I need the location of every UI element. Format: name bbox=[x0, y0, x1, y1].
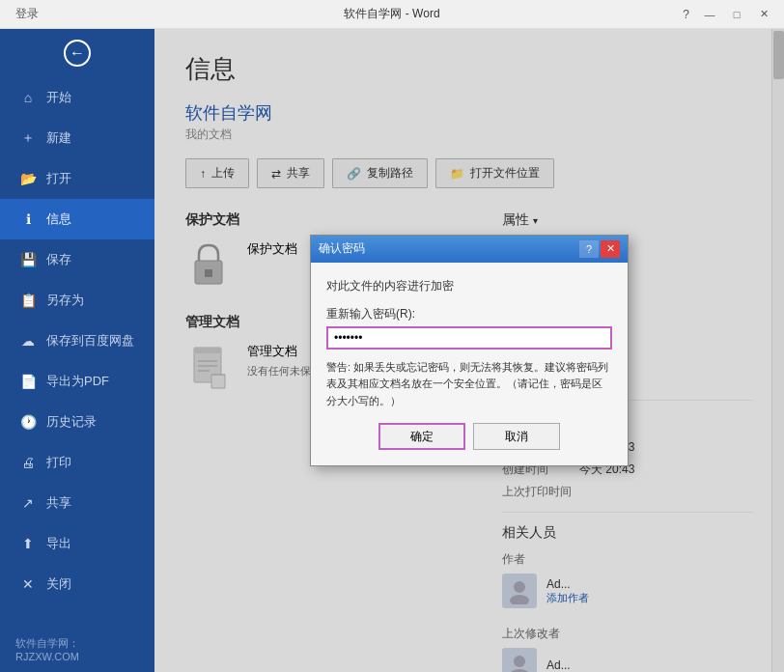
sidebar-label-close: 关闭 bbox=[46, 575, 71, 593]
login-button[interactable]: 登录 bbox=[15, 6, 39, 22]
titlebar-left: 登录 bbox=[8, 6, 124, 22]
dialog-body: 对此文件的内容进行加密 重新输入密码(R): 警告: 如果丢失或忘记密码，则无法… bbox=[311, 263, 628, 466]
titlebar-controls: ? — □ ✕ bbox=[660, 5, 776, 24]
dialog-overlay: 确认密码 ? ✕ 对此文件的内容进行加密 重新输入密码(R): 警告: 如果丢失… bbox=[154, 29, 784, 672]
pdf-icon: 📄 bbox=[19, 374, 37, 389]
dialog-confirm-button[interactable]: 确定 bbox=[378, 423, 465, 450]
export-icon: ⬆ bbox=[19, 536, 37, 551]
info-icon: ℹ bbox=[19, 211, 37, 227]
sidebar-label-print: 打印 bbox=[46, 454, 71, 471]
sidebar-item-start[interactable]: ⌂ 开始 bbox=[0, 77, 154, 118]
dialog-title-buttons: ? ✕ bbox=[579, 240, 620, 258]
sidebar-item-save[interactable]: 💾 保存 bbox=[0, 239, 154, 280]
new-icon: ＋ bbox=[19, 129, 37, 147]
sidebar-item-share[interactable]: ↗ 共享 bbox=[0, 483, 154, 523]
dialog-titlebar: 确认密码 ? ✕ bbox=[311, 236, 628, 263]
maximize-button[interactable]: □ bbox=[724, 5, 749, 24]
sidebar-label-open: 打开 bbox=[46, 170, 71, 187]
password-confirm-input[interactable] bbox=[326, 326, 612, 350]
sidebar-item-history[interactable]: 🕐 历史记录 bbox=[0, 402, 154, 442]
sidebar-label-info: 信息 bbox=[46, 210, 71, 228]
sidebar-item-new[interactable]: ＋ 新建 bbox=[0, 118, 154, 158]
dialog-close-button[interactable]: ✕ bbox=[601, 240, 620, 258]
titlebar-title: 软件自学网 - Word bbox=[124, 6, 660, 22]
close-doc-icon: ✕ bbox=[19, 576, 37, 592]
sidebar-item-print[interactable]: 🖨 打印 bbox=[0, 442, 154, 483]
sidebar-item-saveas[interactable]: 📋 另存为 bbox=[0, 280, 154, 321]
dialog-subtitle: 对此文件的内容进行加密 bbox=[326, 278, 612, 294]
sidebar-footer: 软件自学网：RJZXW.COM bbox=[0, 627, 154, 672]
sidebar-item-save-baidu[interactable]: ☁ 保存到百度网盘 bbox=[0, 321, 154, 361]
app-body: ← ⌂ 开始 ＋ 新建 📂 打开 ℹ 信息 💾 保存 📋 另存为 ☁ 保存到百度… bbox=[0, 29, 784, 672]
sidebar-label-share: 共享 bbox=[46, 494, 71, 512]
saveas-icon: 📋 bbox=[19, 293, 37, 308]
sidebar-item-export[interactable]: ⬆ 导出 bbox=[0, 523, 154, 564]
dialog-help-button[interactable]: ? bbox=[579, 240, 599, 258]
sidebar-label-start: 开始 bbox=[46, 89, 71, 106]
history-icon: 🕐 bbox=[19, 414, 37, 430]
sidebar-label-saveas: 另存为 bbox=[46, 292, 84, 309]
sidebar-item-close[interactable]: ✕ 关闭 bbox=[0, 564, 154, 604]
sidebar-label-export: 导出 bbox=[46, 535, 71, 552]
sidebar-label-export-pdf: 导出为PDF bbox=[46, 373, 109, 390]
minimize-button[interactable]: — bbox=[697, 5, 722, 24]
sidebar-item-open[interactable]: 📂 打开 bbox=[0, 158, 154, 199]
close-button[interactable]: ✕ bbox=[751, 5, 776, 24]
sidebar-label-save-baidu: 保存到百度网盘 bbox=[46, 332, 134, 350]
titlebar: 登录 软件自学网 - Word ? — □ ✕ bbox=[0, 0, 784, 29]
sidebar-label-history: 历史记录 bbox=[46, 413, 97, 431]
home-icon: ⌂ bbox=[19, 90, 37, 105]
content-area: 信息 软件自学网 我的文档 ↑ 上传 ⇄ 共享 🔗 复制路径 📁 bbox=[154, 29, 784, 672]
share-icon: ↗ bbox=[19, 495, 37, 511]
sidebar-item-export-pdf[interactable]: 📄 导出为PDF bbox=[0, 361, 154, 402]
sidebar: ← ⌂ 开始 ＋ 新建 📂 打开 ℹ 信息 💾 保存 📋 另存为 ☁ 保存到百度… bbox=[0, 29, 154, 672]
baidu-icon: ☁ bbox=[19, 333, 37, 349]
sidebar-item-info[interactable]: ℹ 信息 bbox=[0, 199, 154, 239]
sidebar-label-new: 新建 bbox=[46, 129, 71, 147]
open-icon: 📂 bbox=[19, 171, 37, 186]
sidebar-back-button[interactable]: ← bbox=[0, 29, 154, 77]
dialog-field-label: 重新输入密码(R): bbox=[326, 306, 612, 322]
sidebar-label-save: 保存 bbox=[46, 251, 71, 268]
print-icon: 🖨 bbox=[19, 455, 37, 470]
help-button[interactable]: ? bbox=[677, 8, 695, 21]
dialog-title: 确认密码 bbox=[319, 240, 365, 257]
save-icon: 💾 bbox=[19, 252, 37, 267]
dialog-buttons: 确定 取消 bbox=[326, 423, 612, 450]
back-icon: ← bbox=[64, 40, 91, 67]
dialog-cancel-button[interactable]: 取消 bbox=[473, 423, 560, 450]
confirm-password-dialog: 确认密码 ? ✕ 对此文件的内容进行加密 重新输入密码(R): 警告: 如果丢失… bbox=[310, 235, 629, 467]
dialog-warning: 警告: 如果丢失或忘记密码，则无法将其恢复。建议将密码列表及其相应文档名放在一个… bbox=[326, 359, 612, 410]
